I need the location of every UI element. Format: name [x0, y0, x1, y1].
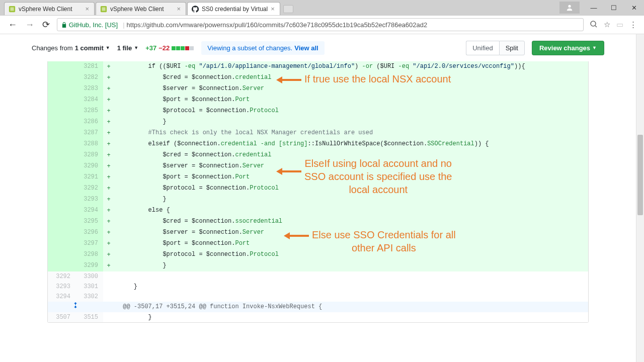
url-input[interactable]: GitHub, Inc. [US] | https://github.com/v…: [57, 18, 584, 31]
maximize-button[interactable]: ☐: [604, 4, 624, 12]
url-org: GitHub, Inc. [US]: [69, 21, 118, 29]
browser-tab[interactable]: SS0 credential by Virtual ×: [187, 2, 280, 15]
tab-title: SS0 credential by Virtual: [202, 6, 268, 13]
github-icon: [192, 6, 199, 13]
svg-point-4: [568, 5, 571, 8]
url-text: https://github.com/vmware/powernsx/pull/…: [127, 21, 428, 29]
tab-title: vSphere Web Client: [110, 6, 174, 13]
browser-chrome: vSphere Web Client × vSphere Web Client …: [0, 0, 644, 34]
star-icon[interactable]: ☆: [601, 20, 613, 29]
tab-bar: vSphere Web Client × vSphere Web Client …: [0, 0, 644, 15]
tab-title: vSphere Web Client: [19, 6, 82, 13]
browser-tab[interactable]: vSphere Web Client ×: [4, 2, 95, 15]
browser-tab[interactable]: vSphere Web Client ×: [96, 2, 186, 15]
svg-line-6: [595, 26, 597, 27]
vsphere-icon: [100, 6, 107, 13]
lock-icon: GitHub, Inc. [US]: [61, 21, 118, 29]
window-controls: — ☐ ✕: [559, 0, 644, 15]
vsphere-icon: [9, 6, 16, 13]
svg-rect-1: [11, 7, 14, 11]
minimize-button[interactable]: —: [584, 4, 604, 12]
new-tab-button[interactable]: [283, 5, 293, 13]
reader-icon[interactable]: ▭: [613, 20, 626, 29]
close-icon[interactable]: ×: [271, 5, 275, 13]
menu-icon[interactable]: ⋮: [626, 20, 640, 29]
back-button[interactable]: ←: [4, 20, 21, 30]
forward-button[interactable]: →: [21, 20, 38, 30]
close-icon[interactable]: ×: [177, 5, 181, 13]
zoom-icon[interactable]: [587, 20, 601, 30]
reload-button[interactable]: ⟳: [38, 19, 54, 30]
svg-point-5: [591, 21, 596, 26]
close-window-button[interactable]: ✕: [624, 4, 644, 12]
close-icon[interactable]: ×: [85, 5, 89, 13]
svg-rect-3: [102, 7, 106, 11]
address-bar: ← → ⟳ GitHub, Inc. [US] | https://github…: [0, 15, 644, 34]
profile-icon[interactable]: [559, 2, 580, 14]
